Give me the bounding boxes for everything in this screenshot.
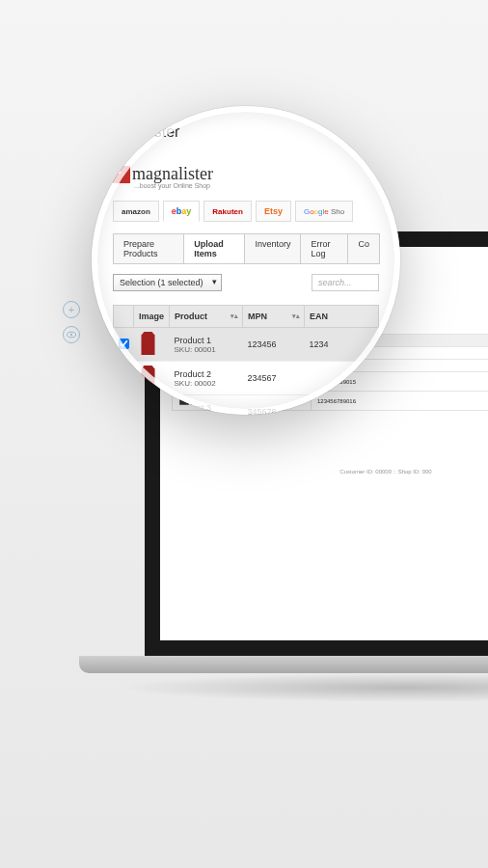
product-sku: SKU: 00001 (175, 345, 238, 354)
table-header-row: Image Product▾▴ MPN▾▴ EAN (114, 306, 379, 328)
row-checkbox[interactable] (119, 406, 129, 416)
subtab-error-log[interactable]: Error Log (300, 233, 348, 264)
side-toolbar: + (63, 301, 80, 351)
page-title-partial: agnalister (113, 123, 379, 141)
laptop-shadow (116, 673, 488, 702)
laptop-base (79, 656, 488, 673)
tab-rakuten[interactable]: Rakuten (203, 201, 252, 222)
controls-row: Selection (1 selected) search... (113, 274, 379, 291)
subtab-more[interactable]: Co (347, 233, 380, 264)
logo-icon (113, 166, 130, 183)
logo-text: magnalister (132, 164, 213, 184)
row-checkbox[interactable] (119, 339, 129, 349)
tab-amazon[interactable]: amazon (113, 201, 159, 222)
brand-logo: magnalister (113, 164, 379, 184)
col-image[interactable]: Image (134, 306, 170, 328)
logo-tagline: ...boost your Online Shop (134, 182, 379, 189)
subtab-inventory[interactable]: Inventory (244, 233, 301, 264)
marketplace-tabs: amazon ebay Rakuten Etsy Google Sho (113, 201, 379, 222)
product-name: Product 2 (175, 369, 238, 379)
selection-dropdown[interactable]: Selection (1 selected) (113, 274, 222, 291)
col-checkbox[interactable] (114, 306, 134, 328)
footer-info: Customer ID: 00000 :: Shop ID: 000 (172, 469, 488, 475)
tab-ebay[interactable]: ebay (163, 201, 201, 222)
product-sku: SKU: 00002 (175, 379, 238, 388)
subtab-prepare-products[interactable]: Prepare Products (113, 233, 184, 264)
product-thumb-icon (139, 332, 158, 355)
app-content: agnalister magnalister ...boost your Onl… (92, 106, 400, 415)
product-name: Product 1 (175, 336, 238, 345)
table-row[interactable]: Product 1SKU: 00001 123456 1234 (114, 328, 379, 362)
product-mpn: 234567 (243, 362, 305, 395)
row-checkbox[interactable] (119, 372, 129, 383)
section-tabs: Prepare Products Upload Items Inventory … (113, 233, 379, 264)
magnifier-lens: agnalister magnalister ...boost your Onl… (92, 106, 400, 415)
col-mpn[interactable]: MPN▾▴ (243, 306, 305, 328)
col-ean[interactable]: EAN (305, 306, 379, 328)
sort-icon[interactable]: ▾▴ (292, 312, 300, 320)
search-input[interactable]: search... (312, 274, 379, 291)
subtab-upload-items[interactable]: Upload Items (183, 233, 245, 264)
svg-point-1 (70, 334, 72, 336)
add-icon[interactable]: + (63, 301, 80, 318)
col-product[interactable]: Product▾▴ (170, 306, 243, 328)
tab-etsy[interactable]: Etsy (256, 201, 291, 222)
tab-google-shopping[interactable]: Google Sho (295, 201, 353, 222)
product-mpn: 123456 (243, 328, 305, 362)
preview-icon[interactable] (63, 326, 80, 343)
sort-icon[interactable]: ▾▴ (230, 312, 238, 320)
